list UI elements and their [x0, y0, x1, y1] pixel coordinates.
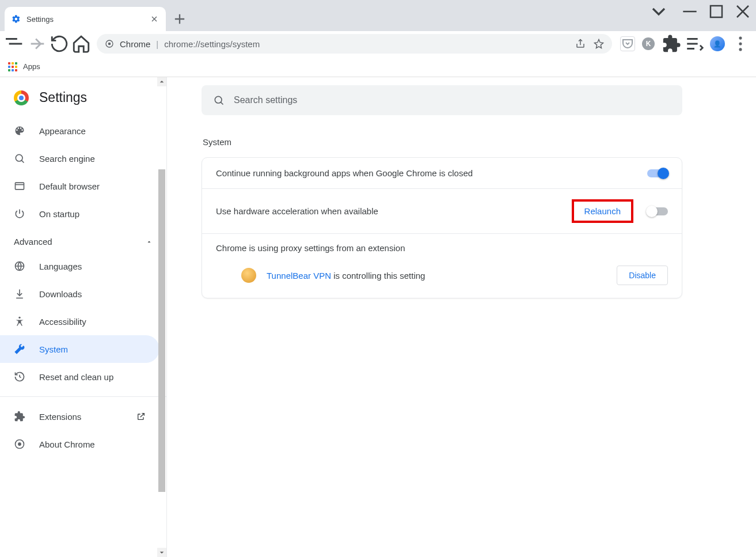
- new-tab-button[interactable]: [172, 11, 188, 27]
- sidebar-item-languages[interactable]: Languages: [0, 252, 159, 280]
- svg-point-2: [108, 43, 111, 46]
- svg-point-6: [16, 154, 22, 161]
- svg-point-9: [18, 317, 20, 319]
- search-settings-input[interactable]: Search settings: [202, 85, 682, 115]
- reading-list-icon[interactable]: [685, 34, 704, 54]
- scrollbar[interactable]: [157, 77, 166, 557]
- row-hardware-accel: Use hardware acceleration when available…: [202, 189, 682, 234]
- chrome-page-icon: [105, 39, 114, 48]
- row-label: Continue running background apps when Go…: [216, 168, 647, 178]
- sidebar-section-label: Advanced: [14, 237, 52, 247]
- puzzle-icon: [14, 411, 25, 422]
- extension-k-icon[interactable]: K: [639, 34, 658, 54]
- sidebar-item-search-engine[interactable]: Search engine: [0, 145, 159, 172]
- row-label: Use hardware acceleration when available: [216, 206, 572, 216]
- forward-button[interactable]: [28, 34, 47, 54]
- star-icon[interactable]: [594, 39, 604, 49]
- row-proxy: Chrome is using proxy settings from an e…: [202, 234, 682, 298]
- accessibility-icon: [14, 316, 25, 327]
- gear-icon: [12, 14, 21, 24]
- page-title: Settings: [39, 90, 87, 105]
- sidebar-item-label: About Chrome: [39, 439, 95, 449]
- toggle-hardware-accel[interactable]: [647, 207, 668, 215]
- bookmarks-apps-label[interactable]: Apps: [23, 62, 40, 71]
- sidebar-divider: [0, 396, 166, 397]
- sidebar-item-label: On startup: [39, 209, 79, 219]
- close-icon[interactable]: [150, 14, 159, 24]
- omnibox-url: chrome://settings/system: [164, 39, 260, 49]
- sidebar-item-label: Extensions: [39, 412, 81, 422]
- share-icon[interactable]: [575, 39, 586, 49]
- settings-main: Search settings System Continue running …: [167, 77, 756, 557]
- section-title: System: [203, 137, 721, 147]
- scroll-thumb[interactable]: [158, 169, 165, 492]
- sidebar-item-about[interactable]: About Chrome: [0, 430, 159, 458]
- browser-tab[interactable]: Settings: [5, 7, 166, 31]
- browser-toolbar: Chrome | chrome://settings/system K 👤: [0, 31, 756, 56]
- maximize-button[interactable]: [703, 0, 730, 23]
- toggle-background-apps[interactable]: [647, 169, 668, 177]
- sidebar-item-downloads[interactable]: Downloads: [0, 280, 159, 308]
- pocket-icon[interactable]: [620, 36, 635, 51]
- sidebar-item-on-startup[interactable]: On startup: [0, 200, 159, 228]
- sidebar-item-label: Languages: [39, 262, 82, 271]
- chevron-down-icon[interactable]: [645, 0, 672, 23]
- tunnelbear-icon: [241, 268, 256, 283]
- sidebar-item-label: Accessibility: [39, 317, 86, 327]
- search-icon: [14, 153, 25, 164]
- tab-strip: Settings: [0, 0, 756, 31]
- reload-button[interactable]: [50, 34, 69, 54]
- row-background-apps: Continue running background apps when Go…: [202, 158, 682, 189]
- power-icon: [14, 208, 25, 219]
- profile-avatar[interactable]: 👤: [708, 34, 727, 54]
- minimize-button[interactable]: [677, 0, 703, 23]
- address-bar[interactable]: Chrome | chrome://settings/system: [97, 34, 612, 54]
- relaunch-button[interactable]: Relaunch: [584, 206, 621, 216]
- window-controls: [645, 0, 756, 23]
- apps-icon[interactable]: [8, 62, 17, 71]
- sidebar-section-advanced[interactable]: Advanced: [0, 228, 166, 252]
- proxy-extension-desc: is controlling this setting: [331, 271, 425, 281]
- sidebar-item-system[interactable]: System: [0, 335, 159, 363]
- sidebar-item-label: Reset and clean up: [39, 372, 113, 382]
- svg-rect-7: [16, 183, 24, 190]
- sidebar-item-label: Default browser: [39, 181, 100, 191]
- back-button[interactable]: [6, 34, 25, 54]
- sidebar-item-reset[interactable]: Reset and clean up: [0, 363, 159, 391]
- close-window-button[interactable]: [730, 0, 756, 23]
- sidebar-item-accessibility[interactable]: Accessibility: [0, 308, 159, 335]
- wrench-icon: [14, 343, 25, 355]
- browser-icon: [14, 180, 25, 192]
- omnibox-prefix: Chrome: [120, 39, 150, 49]
- disable-button[interactable]: Disable: [617, 266, 668, 285]
- svg-point-11: [18, 442, 21, 446]
- svg-point-12: [215, 96, 222, 103]
- chevron-up-icon: [146, 238, 153, 245]
- svg-point-4: [739, 42, 742, 45]
- svg-rect-0: [711, 6, 722, 17]
- proxy-extension-link[interactable]: TunnelBear VPN: [267, 271, 331, 281]
- restore-icon: [14, 371, 25, 382]
- sidebar-item-label: Search engine: [39, 154, 95, 164]
- home-button[interactable]: [71, 34, 91, 54]
- search-icon: [213, 94, 225, 106]
- scroll-up-icon[interactable]: [157, 77, 166, 86]
- sidebar-item-appearance[interactable]: Appearance: [0, 117, 159, 145]
- open-in-new-icon: [136, 412, 146, 421]
- settings-header: Settings: [0, 85, 166, 117]
- bookmarks-bar: Apps: [0, 56, 756, 77]
- svg-point-5: [739, 48, 742, 51]
- sidebar-item-extensions[interactable]: Extensions: [0, 403, 159, 430]
- sidebar-item-default-browser[interactable]: Default browser: [0, 172, 159, 200]
- chrome-logo-icon: [14, 90, 29, 105]
- kebab-menu-icon[interactable]: [731, 34, 750, 54]
- sidebar-item-label: Appearance: [39, 126, 86, 136]
- extensions-icon[interactable]: [662, 34, 681, 54]
- globe-icon: [14, 260, 25, 272]
- proxy-label: Chrome is using proxy settings from an e…: [216, 243, 668, 253]
- tab-title: Settings: [26, 15, 54, 24]
- scroll-down-icon[interactable]: [157, 548, 166, 557]
- search-placeholder: Search settings: [234, 95, 297, 105]
- settings-sidebar: Settings Appearance Search engine Defaul…: [0, 77, 167, 557]
- sidebar-item-label: Downloads: [39, 289, 82, 299]
